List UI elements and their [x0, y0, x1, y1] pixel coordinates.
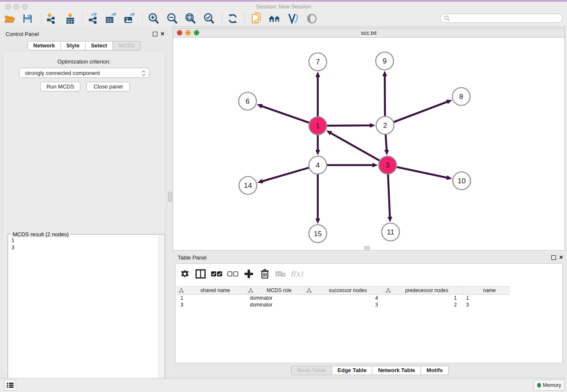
node-table[interactable]: shared nameMCDS rolesuccessor nodesprede… — [177, 286, 509, 308]
graph-node-10[interactable]: 10 — [453, 172, 471, 190]
graph-node-2[interactable]: 2 — [376, 116, 394, 134]
toolbar-separator — [245, 13, 245, 24]
network-view-title: scc.txt — [173, 28, 564, 37]
save-session-icon[interactable] — [21, 12, 34, 25]
zoom-selected-icon[interactable] — [203, 12, 215, 25]
cell-name[interactable]: 3 — [463, 301, 509, 308]
toolbar-separator — [222, 13, 222, 24]
graph-node-15[interactable]: 15 — [309, 225, 327, 243]
cell-name[interactable]: 1 — [463, 295, 509, 302]
memory-label: Memory — [543, 382, 561, 388]
cell-MCDS-role[interactable]: dominator — [247, 301, 305, 308]
delete-column-icon[interactable] — [259, 268, 271, 279]
close-panel-button[interactable]: Close panel — [86, 82, 130, 91]
add-column-icon[interactable] — [243, 268, 255, 279]
home-layout-icon[interactable] — [268, 12, 281, 25]
cell-MCDS-role[interactable]: dominator — [247, 295, 305, 302]
float-table-panel-icon[interactable] — [551, 255, 556, 260]
mcds-result-group: MCDS result (2 nodes) 1 3 — [8, 234, 165, 392]
refresh-view-icon[interactable] — [226, 12, 239, 25]
import-table-icon[interactable] — [64, 12, 77, 25]
tab-network[interactable]: Network — [28, 41, 61, 50]
cell-predecessor-nodes[interactable]: 1 — [384, 295, 463, 302]
canvas-split-handle[interactable] — [364, 246, 370, 250]
zoom-out-icon[interactable] — [166, 12, 179, 25]
criterion-select[interactable]: strongly connected component — [19, 68, 149, 78]
graph-node-7[interactable]: 7 — [309, 53, 327, 71]
export-network-icon[interactable] — [87, 12, 99, 25]
table-settings-icon[interactable] — [179, 268, 191, 279]
graph-node-11[interactable]: 11 — [382, 223, 399, 241]
table-row[interactable]: 3dominator323 — [177, 301, 509, 308]
function-builder-icon[interactable]: f(x) — [291, 268, 303, 279]
split-columns-icon[interactable] — [195, 268, 206, 279]
edge-1-2[interactable] — [327, 125, 371, 126]
run-mcds-button[interactable]: Run MCDS — [40, 82, 80, 91]
column-header-predecessor-nodes[interactable]: predecessor nodes — [384, 287, 463, 295]
network-canvas[interactable]: 7968124314101511 — [173, 37, 564, 248]
column-header-successor-nodes[interactable]: successor nodes — [305, 287, 384, 295]
edge-4-14[interactable] — [262, 168, 309, 181]
zoom-fit-icon[interactable] — [184, 12, 197, 25]
select-all-icon[interactable] — [211, 268, 223, 279]
clone-network-icon[interactable] — [250, 12, 263, 25]
float-panel-icon[interactable] — [153, 32, 157, 36]
edge-3-11[interactable] — [388, 174, 390, 218]
divider-handle[interactable] — [168, 192, 172, 202]
cell-successor-nodes[interactable]: 4 — [305, 295, 384, 302]
mcds-tab-content: Optimization criterion: strongly connect… — [2, 51, 166, 373]
application-window: Session: New Session — [0, 0, 567, 392]
table-tab-edge-table[interactable]: Edge Table — [332, 366, 372, 375]
graph-node-1[interactable]: 1 — [309, 117, 327, 135]
open-session-icon[interactable] — [3, 12, 16, 25]
graph-node-14[interactable]: 14 — [239, 177, 257, 194]
deselect-all-icon[interactable] — [227, 268, 239, 279]
table-row[interactable]: 1dominator411 — [177, 295, 509, 302]
control-panel-title: Control Panel — [6, 31, 39, 37]
result-scrollbar[interactable] — [158, 235, 164, 392]
edge-1-6[interactable] — [261, 106, 309, 123]
column-header-MCDS-role[interactable]: MCDS role — [247, 287, 305, 295]
arrowhead — [383, 71, 387, 76]
node-label: 14 — [244, 182, 252, 190]
network-window-titlebar: × − + scc.txt — [173, 28, 564, 38]
graph-node-3[interactable]: 3 — [379, 156, 396, 174]
cell-predecessor-nodes[interactable]: 2 — [384, 301, 463, 308]
table-tab-node-table[interactable]: Node Table — [291, 366, 332, 375]
memory-status-icon — [537, 383, 541, 388]
import-network-icon[interactable] — [45, 12, 58, 25]
export-image-icon[interactable] — [123, 12, 136, 25]
edge-3-10[interactable] — [397, 167, 448, 178]
style-preview-icon[interactable] — [287, 12, 300, 25]
edge-2-9[interactable] — [385, 75, 385, 116]
cell-shared-name[interactable]: 1 — [177, 295, 247, 302]
tab-style[interactable]: Style — [61, 41, 85, 50]
task-history-button[interactable] — [4, 380, 16, 391]
edge-2-3[interactable] — [385, 135, 386, 151]
cell-successor-nodes[interactable]: 3 — [305, 301, 384, 308]
table-tab-network-table[interactable]: Network Table — [372, 366, 421, 375]
show-graphics-details-icon[interactable] — [306, 12, 318, 25]
delete-table-icon[interactable] — [275, 268, 286, 279]
search-input[interactable] — [450, 14, 562, 22]
memory-button[interactable]: Memory — [534, 380, 564, 391]
graph-node-6[interactable]: 6 — [239, 92, 256, 110]
graph-node-8[interactable]: 8 — [452, 88, 470, 105]
column-header-shared-name[interactable]: shared name — [177, 287, 247, 295]
tab-select[interactable]: Select — [85, 41, 113, 50]
graph-node-9[interactable]: 9 — [376, 52, 394, 70]
criterion-value: strongly connected component — [25, 70, 100, 76]
graph-node-4[interactable]: 4 — [309, 156, 327, 174]
edge-3-1[interactable] — [330, 133, 380, 161]
close-panel-icon[interactable]: ✕ — [160, 31, 165, 36]
export-table-icon[interactable] — [105, 12, 117, 25]
column-header-name[interactable]: name — [463, 287, 509, 295]
zoom-in-icon[interactable] — [147, 12, 160, 25]
search-box[interactable] — [440, 14, 563, 23]
node-label: 2 — [383, 121, 387, 130]
cell-shared-name[interactable]: 3 — [177, 301, 247, 308]
edge-2-8[interactable] — [394, 102, 448, 122]
tab-mcds[interactable]: MCDS — [113, 41, 140, 50]
close-table-panel-icon[interactable]: ✕ — [559, 255, 563, 260]
table-tab-motifs[interactable]: Motifs — [421, 366, 449, 375]
